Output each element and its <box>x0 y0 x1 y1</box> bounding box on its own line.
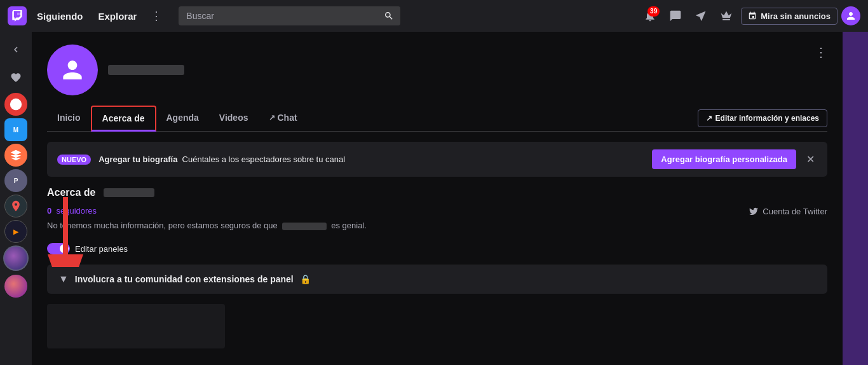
svg-rect-0 <box>20 13 20 15</box>
messages-button[interactable] <box>665 5 686 27</box>
profile-more-dots[interactable]: ⋮ <box>815 45 827 60</box>
bio-banner-text: Agregar tu biografía Cuéntales a los esp… <box>98 155 644 164</box>
acerca-de-section: Acerca de 0 seguidores No tenemos mucha … <box>47 187 827 233</box>
seguidores-label[interactable]: seguidores <box>56 206 97 216</box>
bio-banner: NUEVO Agregar tu biografía Cuéntales a l… <box>47 142 827 177</box>
nuevo-badge: NUEVO <box>57 155 91 165</box>
user-avatar-top[interactable] <box>841 6 860 25</box>
nav-more-dots[interactable]: ⋮ <box>147 6 166 25</box>
add-bio-button[interactable]: Agregar biografía personalizada <box>652 149 796 169</box>
lock-icon: 🔒 <box>300 274 311 284</box>
username-blur <box>282 223 327 230</box>
nav-siguiendo[interactable]: Siguiendo <box>32 8 88 24</box>
whispers-button[interactable] <box>690 5 712 27</box>
tab-chat[interactable]: ↗ Chat <box>259 106 308 131</box>
tab-acerca-de[interactable]: Acerca de <box>91 106 156 132</box>
twitter-link[interactable]: Cuenta de Twitter <box>749 206 827 216</box>
crown-button[interactable] <box>715 5 737 27</box>
profile-name-block <box>108 65 184 75</box>
main-content: ⋮ Inicio Acerca de Agenda Videos ↗ Chat … <box>32 32 843 365</box>
edit-paneles-label: Editar paneles <box>75 244 128 254</box>
sidebar-channel-2[interactable]: M <box>4 118 27 141</box>
right-panel-decoration <box>843 32 868 365</box>
description-row: No tenemos mucha información, pero estam… <box>47 221 749 230</box>
sidebar-channel-7[interactable] <box>3 245 29 271</box>
acerca-de-title: Acerca de <box>47 187 96 198</box>
svg-point-2 <box>10 99 22 110</box>
search-button[interactable] <box>377 6 400 25</box>
profile-header: ⋮ <box>47 45 827 95</box>
notification-badge: 39 <box>648 6 660 17</box>
nav-explorar[interactable]: Explorar <box>93 8 142 24</box>
top-navigation: Siguiendo Explorar ⋮ 39 <box>0 0 868 32</box>
involucra-chevron-icon[interactable]: ▼ <box>58 273 69 285</box>
sidebar-collapse-button[interactable] <box>3 37 29 62</box>
tab-agenda[interactable]: Agenda <box>156 106 209 131</box>
tab-videos[interactable]: Videos <box>209 106 259 131</box>
tab-inicio[interactable]: Inicio <box>47 106 91 131</box>
acerca-body: 0 seguidores No tenemos mucha informació… <box>47 206 827 233</box>
seguidores-count: 0 <box>47 206 51 216</box>
sidebar-channel-4[interactable]: P <box>4 169 27 192</box>
thumbnail-area <box>47 304 225 348</box>
seguidores-row: 0 seguidores <box>47 206 749 216</box>
svg-rect-1 <box>18 13 18 15</box>
topnav-icons: 39 Mira sin anuncios <box>639 5 860 27</box>
profile-tabs: Inicio Acerca de Agenda Videos ↗ Chat ↗ … <box>47 106 827 132</box>
chat-arrow-icon: ↗ <box>269 113 275 122</box>
profile-name-bar <box>108 65 184 75</box>
involucra-text: Involucra a tu comunidad con extensiones… <box>75 274 294 284</box>
edit-info-button[interactable]: ↗ Editar información y enlaces <box>698 109 827 127</box>
sidebar-channel-8[interactable] <box>3 273 29 299</box>
edit-paneles-row: Editar paneles <box>47 243 827 254</box>
edit-paneles-toggle[interactable] <box>47 243 70 254</box>
toggle-knob <box>60 244 69 253</box>
involucra-section: ▼ Involucra a tu comunidad con extension… <box>47 265 827 294</box>
acerca-left: 0 seguidores No tenemos mucha informació… <box>47 206 749 233</box>
bio-close-button[interactable]: ✕ <box>804 151 817 168</box>
twitter-label: Cuenta de Twitter <box>763 207 827 216</box>
sidebar-channel-6[interactable]: ▶ <box>4 220 27 243</box>
acerca-name-bar <box>104 188 154 197</box>
profile-avatar <box>47 45 98 95</box>
search-bar <box>179 6 400 25</box>
edit-info-arrow: ↗ <box>706 114 712 123</box>
sidebar-heart-button[interactable] <box>3 65 29 90</box>
mira-sin-anuncios-button[interactable]: Mira sin anuncios <box>741 8 837 25</box>
notifications-button[interactable]: 39 <box>639 5 661 27</box>
twitch-logo[interactable] <box>8 6 27 25</box>
sidebar: M P ▶ <box>0 32 32 365</box>
sidebar-channel-5[interactable] <box>4 195 27 217</box>
search-input[interactable] <box>179 6 400 25</box>
sidebar-channel-3[interactable] <box>4 144 27 167</box>
acerca-title-row: Acerca de <box>47 187 827 198</box>
sidebar-channel-1[interactable] <box>4 93 27 116</box>
